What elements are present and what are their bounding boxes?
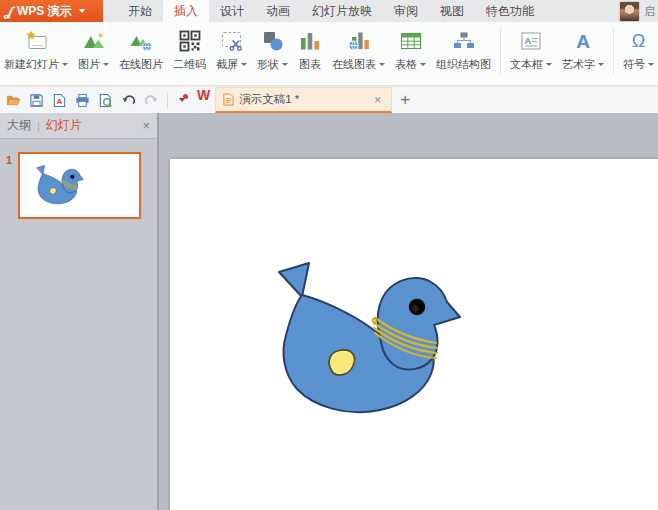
textbox-icon: A <box>519 26 543 56</box>
ribbon-item-picture[interactable]: 图片 <box>77 26 110 72</box>
ribbon-item-label: 形状 <box>257 56 279 72</box>
tab-insert[interactable]: 插入 <box>163 0 209 22</box>
ribbon-item-label: 表格 <box>395 56 417 72</box>
editing-canvas <box>159 113 658 510</box>
tab-divider: | <box>37 120 40 132</box>
document-tab-title: 演示文稿1 * <box>239 92 367 107</box>
slide-page[interactable] <box>170 159 658 510</box>
tab-special-features[interactable]: 特色功能 <box>475 0 545 22</box>
dropdown-caret-icon <box>282 63 288 66</box>
ribbon-group-separator <box>500 28 501 74</box>
save-icon[interactable] <box>28 92 45 109</box>
thumbnail-bird-drawing <box>31 163 86 207</box>
screenshot-icon <box>220 26 244 56</box>
ribbon-item-label: 组织结构图 <box>436 56 491 72</box>
user-avatar[interactable] <box>619 1 640 22</box>
slides-panel: 大纲 | 幻灯片 × 1 <box>0 113 157 510</box>
undo-icon[interactable] <box>120 92 137 109</box>
app-menu-button[interactable]: ʆ WPS 演示 <box>0 0 103 22</box>
title-bar: ʆ WPS 演示 开始 插入 设计 动画 幻灯片放映 审阅 视图 特色功能 启 <box>0 0 658 22</box>
presentation-doc-icon <box>223 93 234 106</box>
tab-view[interactable]: 视图 <box>429 0 475 22</box>
ribbon-tab-strip: 开始 插入 设计 动画 幻灯片放映 审阅 视图 特色功能 <box>117 0 545 22</box>
quick-toolbar-row: A <box>0 86 658 113</box>
tab-home[interactable]: 开始 <box>117 0 163 22</box>
redo-icon[interactable] <box>143 92 160 109</box>
ribbon-item-wordart[interactable]: A 艺术字 <box>561 26 605 72</box>
symbol-icon: Ω <box>632 26 645 56</box>
print-icon[interactable] <box>74 92 91 109</box>
shapes-icon <box>261 26 285 56</box>
dropdown-caret-icon <box>62 63 68 66</box>
export-pdf-icon[interactable]: A <box>51 92 68 109</box>
picture-icon <box>82 26 106 56</box>
dropdown-caret-icon <box>379 63 385 66</box>
ribbon-item-online-chart[interactable]: 在线图表 <box>331 26 386 72</box>
svg-text:A: A <box>57 97 63 106</box>
ribbon-item-label: 符号 <box>623 56 645 72</box>
toolbar-separator <box>167 93 168 108</box>
orgchart-icon <box>452 26 476 56</box>
ribbon-item-label: 新建幻灯片 <box>4 56 59 72</box>
ribbon-group-separator <box>613 28 614 74</box>
online-picture-icon <box>129 26 153 56</box>
document-tab-close-icon[interactable]: × <box>372 93 383 107</box>
ribbon-item-label: 截屏 <box>216 56 238 72</box>
svg-text:A: A <box>525 36 532 46</box>
ribbon-item-label: 艺术字 <box>562 56 595 72</box>
qrcode-icon <box>178 26 202 56</box>
tab-review[interactable]: 审阅 <box>383 0 429 22</box>
table-icon <box>399 26 423 56</box>
online-chart-icon <box>347 26 371 56</box>
ribbon-item-label: 文本框 <box>510 56 543 72</box>
ribbon-item-qrcode[interactable]: 二维码 <box>172 26 207 72</box>
ribbon-item-textbox[interactable]: A 文本框 <box>509 26 553 72</box>
panel-close-icon[interactable]: × <box>142 118 150 133</box>
chevron-down-icon <box>179 98 185 102</box>
dropdown-caret-icon <box>546 63 552 66</box>
slide-thumbnail[interactable] <box>18 152 141 219</box>
new-document-tab-button[interactable]: + <box>392 87 418 113</box>
dropdown-caret-icon <box>648 63 654 66</box>
user-name-label: 启 <box>644 4 658 19</box>
wps-w-logo[interactable]: W <box>192 87 215 113</box>
ribbon-item-table[interactable]: 表格 <box>394 26 427 72</box>
ribbon-item-symbol[interactable]: Ω 符号 <box>622 26 655 72</box>
ribbon-insert: 新建幻灯片 图片 在线图片 <box>0 22 658 86</box>
chart-icon <box>298 26 322 56</box>
ribbon-item-online-picture[interactable]: 在线图片 <box>118 26 164 72</box>
ribbon-item-shapes[interactable]: 形状 <box>256 26 289 72</box>
ribbon-item-chart[interactable]: 图表 <box>297 26 323 72</box>
bird-shape-group[interactable] <box>258 256 468 422</box>
customize-toolbar-dropdown[interactable] <box>175 92 188 109</box>
print-preview-icon[interactable] <box>97 92 114 109</box>
dropdown-caret-icon <box>598 63 604 66</box>
ribbon-item-label: 图表 <box>299 56 321 72</box>
notification-dot <box>183 94 188 99</box>
ribbon-item-label: 在线图片 <box>119 56 163 72</box>
outline-tab[interactable]: 大纲 <box>7 117 31 134</box>
app-menu-caret-icon <box>79 9 85 13</box>
ribbon-item-label: 在线图表 <box>332 56 376 72</box>
tab-animation[interactable]: 动画 <box>255 0 301 22</box>
tab-slideshow[interactable]: 幻灯片放映 <box>301 0 383 22</box>
slides-panel-header: 大纲 | 幻灯片 × <box>0 113 157 139</box>
wordart-icon: A <box>576 26 590 56</box>
dropdown-caret-icon <box>420 63 426 66</box>
wps-logo-icon: ʆ <box>4 4 14 19</box>
dropdown-caret-icon <box>103 63 109 66</box>
ribbon-item-label: 图片 <box>78 56 100 72</box>
open-file-icon[interactable] <box>5 92 22 109</box>
slide-thumbnail-row: 1 <box>0 152 157 219</box>
slide-number: 1 <box>0 152 18 219</box>
slides-tab[interactable]: 幻灯片 <box>46 117 82 134</box>
ribbon-item-screenshot[interactable]: 截屏 <box>215 26 248 72</box>
ribbon-item-new-slide[interactable]: 新建幻灯片 <box>3 26 69 72</box>
new-slide-icon <box>23 26 49 56</box>
ribbon-item-orgchart[interactable]: 组织结构图 <box>435 26 492 72</box>
tab-design[interactable]: 设计 <box>209 0 255 22</box>
dropdown-caret-icon <box>241 63 247 66</box>
app-name: WPS 演示 <box>17 3 72 20</box>
document-tab[interactable]: 演示文稿1 * × <box>215 87 392 113</box>
ribbon-item-label: 二维码 <box>173 56 206 72</box>
